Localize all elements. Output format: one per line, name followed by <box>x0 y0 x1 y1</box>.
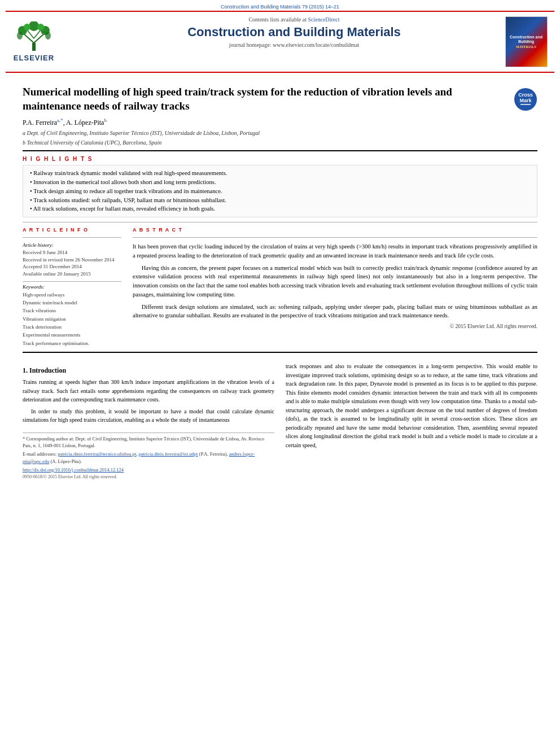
svg-text:Mark: Mark <box>519 98 532 103</box>
article-history-heading: Article history: <box>23 242 121 248</box>
keyword-7: Track performance optimisation. <box>23 339 121 347</box>
journal-citation: Construction and Building Materials 79 (… <box>221 4 339 10</box>
cover-subtitle-text: MATERIALS <box>516 45 536 49</box>
abstract-para-1: It has been proven that cyclic loading i… <box>133 242 537 260</box>
highlights-box: Railway train/track dynamic model valida… <box>23 165 537 217</box>
elsevier-logo: ELSEVIER <box>11 21 56 62</box>
issn-line: 0950-0618/© 2015 Elsevier Ltd. All right… <box>23 474 274 480</box>
email-note: E-mail addresses: patricia.dinis.ferreir… <box>23 451 274 465</box>
keyword-6: Experimental measurements <box>23 331 121 339</box>
divider-info <box>23 237 121 238</box>
crossmark-logo[interactable]: Cross Mark <box>514 88 537 111</box>
article-title: Numerical modelling of high speed train/… <box>23 85 508 113</box>
keywords-list: High-speed railways Dynamic train/track … <box>23 291 121 348</box>
divider-after-abstract <box>23 352 537 353</box>
highlights-section: H I G H L I G H T S Railway train/track … <box>23 156 537 217</box>
journal-header: ELSEVIER Contents lists available at Sci… <box>6 11 554 73</box>
intro-para-1: Trains running at speeds higher than 300… <box>23 378 274 404</box>
col-left: 1. Introduction Trains running at speeds… <box>23 362 274 480</box>
right-col-text: track responses and also to evaluate the… <box>286 362 537 449</box>
abstract-label: A B S T R A C T <box>133 227 537 233</box>
article-info-label: A R T I C L E I N F O <box>23 227 121 233</box>
highlight-1: Railway train/track dynamic model valida… <box>30 169 530 178</box>
keyword-5: Track deterioration <box>23 323 121 331</box>
author-a-sup: a,* <box>57 117 63 123</box>
accepted-date: Accepted 31 December 2014 <box>23 263 121 270</box>
highlight-4: Track solutions studied: soft railpads, … <box>30 196 530 205</box>
highlights-heading: H I G H L I G H T S <box>23 156 537 162</box>
svg-text:Cross: Cross <box>518 92 533 98</box>
svg-point-11 <box>45 32 51 40</box>
keyword-1: High-speed railways <box>23 291 121 299</box>
footnotes: * Corresponding author at: Dept. of Civi… <box>23 433 274 481</box>
highlight-3: Track design aiming to reduce all togeth… <box>30 187 530 196</box>
svg-point-10 <box>17 32 23 40</box>
crossmark-icon: Cross Mark <box>514 88 537 111</box>
sciencedirect-link[interactable]: ScienceDirect <box>308 16 339 23</box>
abstract-col: A B S T R A C T It has been proven that … <box>133 227 537 347</box>
keyword-2: Dynamic train/track model <box>23 299 121 307</box>
info-abstract-section: A R T I C L E I N F O Article history: R… <box>23 227 537 347</box>
col-right: track responses and also to evaluate the… <box>286 362 537 480</box>
email-suffix-1: (P.A. Ferreira), <box>199 451 228 457</box>
article-body: Numerical modelling of high speed train/… <box>0 73 560 486</box>
journal-header-center: Contents lists available at ScienceDirec… <box>90 16 498 67</box>
email-suffix-2: (A. López-Pita). <box>50 458 81 464</box>
svg-point-9 <box>37 24 44 30</box>
author-b-sup: b <box>104 117 107 123</box>
email-link-2[interactable]: patricia.dinis.ferreira@ist.utlpt <box>139 451 198 457</box>
abstract-text: It has been proven that cyclic loading i… <box>133 242 537 320</box>
journal-homepage: journal homepage: www.elsevier.com/locat… <box>96 42 492 48</box>
contents-available-line: Contents lists available at ScienceDirec… <box>96 16 492 23</box>
divider-after-affiliations <box>23 150 537 151</box>
doi-line[interactable]: http://dx.doi.org/10.1016/j.conbuildmat.… <box>23 466 274 474</box>
journal-top-bar: Construction and Building Materials 79 (… <box>0 0 560 11</box>
elsevier-tree-icon <box>11 21 56 53</box>
divider-keywords <box>23 281 121 282</box>
svg-rect-0 <box>32 43 36 51</box>
authors-line: P.A. Ferreiraa,*, A. López-Pitab <box>23 117 537 127</box>
page: Construction and Building Materials 79 (… <box>0 0 560 747</box>
affiliation-b: b Technical University of Catalonia (UPC… <box>23 139 537 147</box>
doi-link[interactable]: http://dx.doi.org/10.1016/j.conbuildmat.… <box>23 467 124 473</box>
divider-abstract <box>133 237 537 238</box>
article-title-section: Numerical modelling of high speed train/… <box>23 85 537 113</box>
copyright-line: © 2015 Elsevier Ltd. All rights reserved… <box>133 324 537 329</box>
received-date: Received 9 June 2014 <box>23 249 121 256</box>
keywords-heading: Keywords: <box>23 284 121 290</box>
keyword-4: Vibrations mitigation <box>23 315 121 323</box>
elsevier-brand-text: ELSEVIER <box>14 54 54 62</box>
abstract-para-2: Having this as concern, the present pape… <box>133 264 537 299</box>
email-label: E-mail addresses: <box>23 451 56 457</box>
introduction-heading: 1. Introduction <box>23 366 274 375</box>
intro-para-2: In order to study this problem, it would… <box>23 407 274 425</box>
article-info-col: A R T I C L E I N F O Article history: R… <box>23 227 121 347</box>
affiliation-a: a Dept. of Civil Engineering, Instituto … <box>23 129 537 137</box>
highlight-5: All track solutions, except for ballast … <box>30 204 530 213</box>
abstract-para-3: Different track design solutions are sim… <box>133 303 537 321</box>
main-content: 1. Introduction Trains running at speeds… <box>23 356 537 480</box>
divider-after-highlights <box>23 222 537 222</box>
introduction-text: Trains running at speeds higher than 300… <box>23 378 274 425</box>
journal-cover-area: Construction and Building MATERIALS <box>504 16 549 67</box>
svg-point-8 <box>24 24 30 30</box>
available-date: Available online 20 January 2015 <box>23 270 121 278</box>
elsevier-logo-area: ELSEVIER <box>11 16 85 67</box>
journal-title: Construction and Building Materials <box>96 25 492 40</box>
revised-date: Received in revised form 26 November 201… <box>23 256 121 264</box>
journal-cover-image: Construction and Building MATERIALS <box>505 16 548 67</box>
keyword-3: Track vibrations <box>23 307 121 314</box>
highlight-2: Innovation in the numerical tool allows … <box>30 178 530 187</box>
cover-title-text: Construction and Building <box>508 35 545 45</box>
right-para-1: track responses and also to evaluate the… <box>286 362 537 449</box>
email-link-1[interactable]: patricia.dinis.ferreira@tecnico.ulisboa.… <box>58 451 136 457</box>
corresponding-note: * Corresponding author at: Dept. of Civi… <box>23 435 274 450</box>
